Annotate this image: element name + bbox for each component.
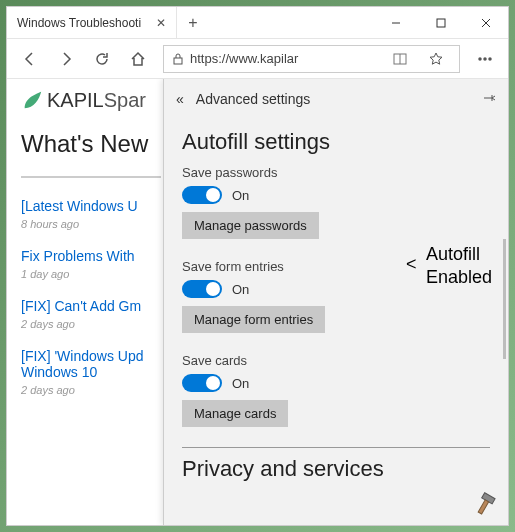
- toggle-state: On: [232, 188, 249, 203]
- section-heading: Autofill settings: [182, 129, 490, 155]
- more-button[interactable]: [468, 42, 502, 76]
- panel-header: « Advanced settings: [164, 79, 508, 119]
- news-link[interactable]: [Latest Windows U: [21, 198, 153, 214]
- browser-tab[interactable]: Windows Troubleshooti ✕: [7, 7, 177, 38]
- new-tab-button[interactable]: +: [177, 7, 209, 38]
- manage-form-entries-button[interactable]: Manage form entries: [182, 306, 325, 333]
- setting-save-passwords: Save passwords On Manage passwords: [182, 165, 490, 251]
- heading-underline: [21, 176, 161, 178]
- close-tab-icon[interactable]: ✕: [156, 16, 166, 30]
- svg-point-8: [484, 58, 486, 60]
- setting-label: Save cards: [182, 353, 490, 368]
- reading-view-icon[interactable]: [385, 52, 415, 66]
- webpage: KAPILSpar What's New [Latest Windows U 8…: [7, 79, 167, 525]
- list-item: Fix Problems With 1 day ago: [21, 248, 153, 280]
- logo-bold: KAPIL: [47, 89, 104, 111]
- toggle-state: On: [232, 376, 249, 391]
- content-area: KAPILSpar What's New [Latest Windows U 8…: [7, 79, 508, 525]
- svg-point-7: [479, 58, 481, 60]
- logo-light: Spar: [104, 89, 146, 111]
- page-heading: What's New: [21, 130, 153, 158]
- svg-rect-1: [437, 19, 445, 27]
- annotation-line: Autofill: [426, 243, 492, 266]
- setting-save-cards: Save cards On Manage cards: [182, 353, 490, 439]
- minimize-button[interactable]: [373, 7, 418, 38]
- news-time: 8 hours ago: [21, 218, 153, 230]
- news-time: 1 day ago: [21, 268, 153, 280]
- favorite-icon[interactable]: [421, 52, 451, 66]
- settings-panel: « Advanced settings Autofill settings Sa…: [163, 79, 508, 525]
- back-chevron-icon[interactable]: «: [176, 91, 184, 107]
- news-time: 2 days ago: [21, 318, 153, 330]
- list-item: [FIX] Can't Add Gm 2 days ago: [21, 298, 153, 330]
- arrow-icon: <: [406, 253, 417, 276]
- svg-rect-11: [478, 500, 488, 514]
- annotation-line: Enabled: [426, 266, 492, 289]
- pin-icon[interactable]: [482, 91, 496, 108]
- news-link[interactable]: [FIX] Can't Add Gm: [21, 298, 153, 314]
- list-item: [FIX] 'Windows Upd Windows 10 2 days ago: [21, 348, 153, 396]
- leaf-icon: [21, 90, 43, 112]
- scrollbar[interactable]: [503, 239, 506, 359]
- toggle-save-form[interactable]: [182, 280, 222, 298]
- panel-title: Advanced settings: [196, 91, 310, 107]
- manage-passwords-button[interactable]: Manage passwords: [182, 212, 319, 239]
- news-link[interactable]: Windows 10: [21, 364, 153, 380]
- tab-title: Windows Troubleshooti: [17, 16, 141, 30]
- close-window-button[interactable]: [463, 7, 508, 38]
- annotation: < Autofill Enabled: [426, 243, 492, 290]
- browser-window: Windows Troubleshooti ✕ + https://www.ka…: [6, 6, 509, 526]
- back-button[interactable]: [13, 42, 47, 76]
- forward-button[interactable]: [49, 42, 83, 76]
- site-logo: KAPILSpar: [21, 89, 153, 112]
- news-link[interactable]: [FIX] 'Windows Upd: [21, 348, 153, 364]
- address-bar[interactable]: https://www.kapilar: [163, 45, 460, 73]
- divider: [182, 447, 490, 448]
- section-heading: Privacy and services: [182, 456, 490, 482]
- hammer-icon: [473, 490, 503, 520]
- url-text: https://www.kapilar: [190, 51, 379, 66]
- toolbar: https://www.kapilar: [7, 39, 508, 79]
- lock-icon: [172, 53, 184, 65]
- refresh-button[interactable]: [85, 42, 119, 76]
- news-link[interactable]: Fix Problems With: [21, 248, 153, 264]
- news-time: 2 days ago: [21, 384, 153, 396]
- svg-rect-4: [174, 58, 182, 64]
- home-button[interactable]: [121, 42, 155, 76]
- panel-body: Autofill settings Save passwords On Mana…: [164, 119, 508, 525]
- svg-point-9: [489, 58, 491, 60]
- maximize-button[interactable]: [418, 7, 463, 38]
- setting-label: Save passwords: [182, 165, 490, 180]
- toggle-state: On: [232, 282, 249, 297]
- list-item: [Latest Windows U 8 hours ago: [21, 198, 153, 230]
- manage-cards-button[interactable]: Manage cards: [182, 400, 288, 427]
- toggle-save-passwords[interactable]: [182, 186, 222, 204]
- toggle-save-cards[interactable]: [182, 374, 222, 392]
- titlebar: Windows Troubleshooti ✕ +: [7, 7, 508, 39]
